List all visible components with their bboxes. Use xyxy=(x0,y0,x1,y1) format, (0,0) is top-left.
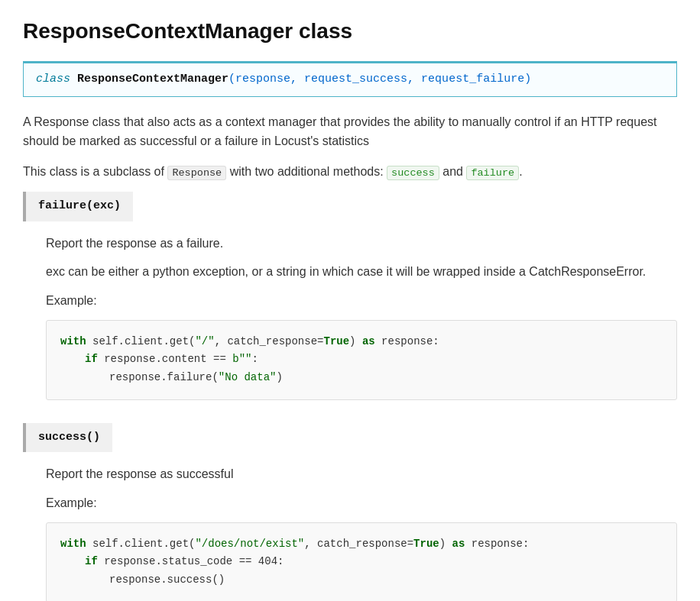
success-example-label: Example: xyxy=(46,493,677,513)
failure-method-name: failure(exc) xyxy=(38,199,121,212)
code-as: as xyxy=(362,335,375,347)
code-str-b: b"" xyxy=(232,353,251,365)
success-body: Report the response as successful Exampl… xyxy=(23,464,677,601)
code-normal: ) xyxy=(349,335,362,347)
page-title: ResponseContextManager class xyxy=(23,15,677,47)
success-desc1: Report the response as successful xyxy=(46,464,677,484)
failure-example-label: Example: xyxy=(46,291,677,311)
success-normal: response.status_code == 404: xyxy=(98,555,284,567)
code-kw-with: with xyxy=(60,335,86,347)
code-line-1: if response.content == b"": xyxy=(60,351,663,369)
description-1: A Response class that also acts as a con… xyxy=(23,112,677,151)
success-if: if xyxy=(85,555,98,567)
desc2-response: Response xyxy=(167,166,226,180)
desc2-and: and xyxy=(439,165,467,178)
desc2-failure: failure xyxy=(466,166,519,180)
success-method-name: success() xyxy=(38,431,100,444)
class-keyword: class xyxy=(36,73,70,86)
code-normal: response: xyxy=(375,335,439,347)
description-2: This class is a subclass of Response wit… xyxy=(23,162,677,182)
class-signature-box: class ResponseContextManager(response, r… xyxy=(23,61,677,97)
desc2-prefix: This class is a subclass of xyxy=(23,165,167,178)
success-normal: , catch_response= xyxy=(304,538,413,550)
failure-code-block: with self.client.get("/", catch_response… xyxy=(46,320,677,400)
success-as: as xyxy=(452,538,465,550)
failure-signature: failure(exc) xyxy=(23,192,133,221)
code-true: True xyxy=(323,335,349,347)
success-normal: response: xyxy=(465,538,529,550)
success-normal: self.client.get( xyxy=(86,538,196,550)
desc2-suffix: . xyxy=(519,165,522,178)
class-name: ResponseContextManager xyxy=(77,73,228,86)
success-kw-with: with xyxy=(60,538,86,550)
code-normal: response.content == xyxy=(98,353,232,365)
code-str-slash: "/" xyxy=(195,335,214,347)
success-true: True xyxy=(413,538,439,550)
success-normal: ) xyxy=(439,538,452,550)
desc2-success: success xyxy=(387,166,439,180)
desc2-middle: with two additional methods: xyxy=(226,165,387,178)
code-line-0: with self.client.get("/", catch_response… xyxy=(60,333,663,351)
success-code-line-0: with self.client.get("/does/not/exist", … xyxy=(60,535,663,554)
code-normal: response.failure( xyxy=(109,371,219,383)
failure-desc2: exc can be either a python exception, or… xyxy=(46,262,677,282)
code-normal: self.client.get( xyxy=(86,335,196,347)
code-normal: ) xyxy=(276,371,282,383)
method-section-failure: failure(exc) Report the response as a fa… xyxy=(23,192,677,400)
failure-body: Report the response as a failure. exc ca… xyxy=(23,234,677,400)
code-line-2: response.failure("No data") xyxy=(60,369,663,387)
code-normal: : xyxy=(251,353,258,365)
class-params: (response, request_success, request_fail… xyxy=(228,73,531,86)
success-code-block: with self.client.get("/does/not/exist", … xyxy=(46,522,677,601)
success-signature: success() xyxy=(23,423,112,453)
code-normal: , catch_response= xyxy=(215,335,324,347)
success-code-line-2: response.success() xyxy=(60,571,663,590)
code-if: if xyxy=(85,353,98,365)
success-str-path: "/does/not/exist" xyxy=(195,538,304,550)
failure-desc1: Report the response as a failure. xyxy=(46,234,677,254)
method-section-success: success() Report the response as success… xyxy=(23,423,677,601)
success-normal: response.success() xyxy=(109,574,225,586)
code-str-nodata: "No data" xyxy=(219,371,277,383)
success-code-line-1: if response.status_code == 404: xyxy=(60,553,663,571)
